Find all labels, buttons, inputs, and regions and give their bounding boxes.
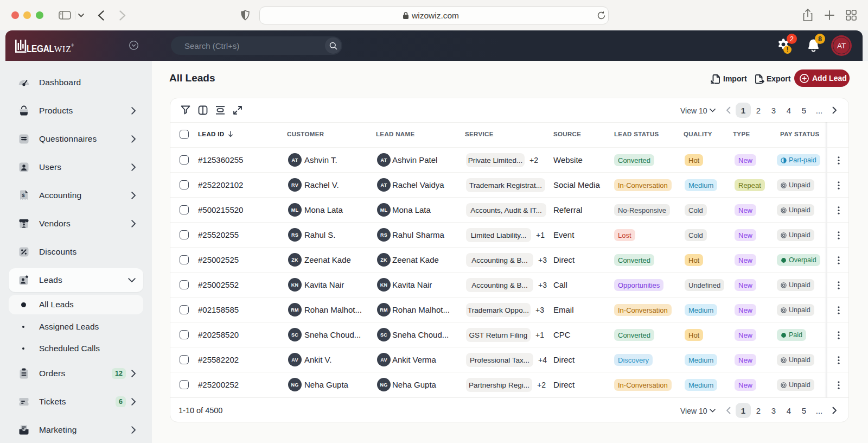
svg-text:$: $ — [22, 192, 25, 198]
